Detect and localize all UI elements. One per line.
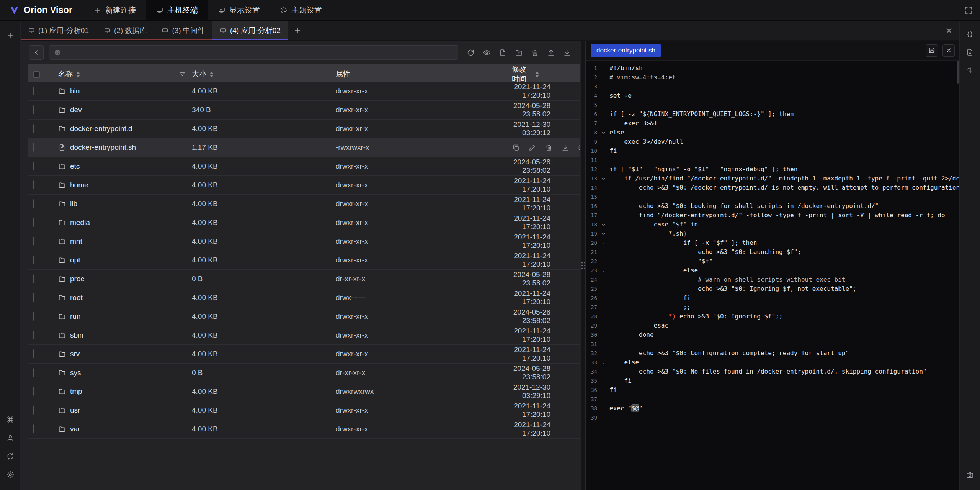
select-all-checkbox[interactable] [33, 71, 40, 78]
fold-chevron-icon[interactable] [597, 360, 609, 365]
terminal-tab-1[interactable]: (1) 应用-分析01 [21, 21, 96, 40]
table-row[interactable]: tmp4.00 KBdrwxrwxrwx2021-12-30 03:29:10 [28, 382, 580, 401]
table-row[interactable]: sbin4.00 KBdrwxr-xr-x2021-11-24 17:20:10 [28, 326, 580, 345]
gear-icon[interactable] [6, 470, 15, 479]
file-name[interactable]: srv [70, 350, 80, 358]
row-checkbox[interactable] [33, 87, 34, 95]
file-name[interactable]: root [70, 293, 83, 302]
close-panel-button[interactable] [939, 21, 959, 40]
row-checkbox[interactable] [33, 331, 34, 339]
camera-icon[interactable] [966, 471, 974, 479]
new-folder-icon[interactable] [515, 49, 523, 57]
table-row[interactable]: home4.00 KBdrwxr-xr-x2021-11-24 17:20:10 [28, 176, 580, 195]
file-name[interactable]: home [70, 181, 88, 189]
fold-chevron-icon[interactable] [597, 130, 609, 136]
nav-item-new-connection[interactable]: 新建连接 [84, 0, 146, 20]
edit-icon[interactable] [528, 144, 536, 152]
row-checkbox[interactable] [33, 180, 34, 189]
row-checkbox[interactable] [33, 105, 34, 114]
sort-name[interactable] [76, 72, 80, 77]
trash-icon[interactable] [531, 49, 539, 57]
swap-vertical-icon[interactable] [966, 66, 974, 74]
file-name[interactable]: etc [70, 162, 80, 170]
fold-chevron-icon[interactable] [597, 111, 609, 117]
sync-icon[interactable] [6, 452, 15, 461]
path-input[interactable] [64, 49, 453, 57]
table-row[interactable]: opt4.00 KBdrwxr-xr-x2021-11-24 17:20:10 [28, 251, 580, 270]
row-checkbox[interactable] [33, 237, 34, 246]
row-checkbox[interactable] [33, 274, 34, 283]
save-button[interactable] [926, 44, 938, 57]
table-row[interactable]: media4.00 KBdrwxr-xr-x2021-11-24 17:20:1… [28, 213, 580, 232]
terminal-tab-3[interactable]: (3) 中间件 [154, 21, 212, 40]
table-row[interactable]: root4.00 KBdrwx------2021-11-24 17:20:10 [28, 288, 580, 307]
user-icon[interactable] [6, 434, 15, 442]
file-name[interactable]: proc [70, 275, 84, 283]
table-row[interactable]: var4.00 KBdrwxr-xr-x2021-11-24 17:20:10 [28, 420, 580, 439]
row-checkbox[interactable] [33, 124, 34, 133]
fold-chevron-icon[interactable] [597, 231, 609, 237]
row-checkbox[interactable] [33, 368, 34, 377]
move-icon[interactable] [578, 144, 580, 152]
upload-icon[interactable] [547, 49, 555, 57]
file-name[interactable]: tmp [70, 387, 82, 396]
file-name[interactable]: var [70, 425, 80, 433]
copy-icon[interactable] [512, 144, 520, 152]
table-row[interactable]: docker-entrypoint.d4.00 KBdrwxr-xr-x2021… [28, 120, 580, 138]
table-row[interactable]: bin4.00 KBdrwxr-xr-x2021-11-24 17:20:10 [28, 82, 580, 101]
delete-icon[interactable] [545, 144, 553, 152]
open-file-chip[interactable]: docker-entrypoint.sh [591, 44, 661, 57]
file-name[interactable]: bin [70, 87, 80, 95]
row-checkbox[interactable] [33, 406, 34, 415]
file-name[interactable]: mnt [70, 237, 82, 246]
row-checkbox[interactable] [33, 143, 34, 152]
terminal-tab-4[interactable]: (4) 应用-分析02 [212, 21, 288, 40]
table-row[interactable]: lib4.00 KBdrwxr-xr-x2021-11-24 17:20:10 [28, 195, 580, 213]
row-checkbox[interactable] [33, 424, 34, 433]
file-name[interactable]: dev [70, 106, 82, 114]
brand[interactable]: Orion Visor [0, 0, 84, 20]
table-row[interactable]: dev340 Bdrwxr-xr-x2024-05-28 23:58:02 [28, 101, 580, 120]
row-checkbox[interactable] [33, 312, 34, 321]
sort-size[interactable] [210, 72, 214, 77]
close-editor-button[interactable] [942, 44, 955, 57]
file-name[interactable]: usr [70, 406, 80, 415]
row-checkbox[interactable] [33, 349, 34, 358]
file-name[interactable]: lib [70, 200, 77, 208]
sort-mtime[interactable] [535, 72, 539, 77]
fold-chevron-icon[interactable] [597, 222, 609, 228]
drag-handle[interactable] [581, 262, 585, 269]
eye-icon[interactable] [483, 49, 491, 57]
nav-item-host-terminal[interactable]: 主机终端 [146, 0, 208, 20]
fold-chevron-icon[interactable] [597, 240, 609, 246]
fold-chevron-icon[interactable] [597, 176, 609, 182]
row-checkbox[interactable] [33, 256, 34, 264]
table-row[interactable]: etc4.00 KBdrwxr-xr-x2024-05-28 23:58:02 [28, 157, 580, 176]
download-icon[interactable] [561, 144, 569, 152]
table-row[interactable]: run4.00 KBdrwxr-xr-x2024-05-28 23:58:02 [28, 307, 580, 326]
filter-icon[interactable] [179, 71, 186, 78]
file-name[interactable]: opt [70, 256, 80, 264]
nav-item-theme-settings[interactable]: 主题设置 [270, 0, 332, 20]
table-row[interactable]: srv4.00 KBdrwxr-xr-x2021-11-24 17:20:10 [28, 345, 580, 364]
table-row[interactable]: mnt4.00 KBdrwxr-xr-x2021-11-24 17:20:10 [28, 232, 580, 251]
fold-chevron-icon[interactable] [597, 213, 609, 218]
row-checkbox[interactable] [33, 162, 34, 170]
editor-scrollbar[interactable] [957, 61, 959, 84]
code-editor[interactable]: 1#!/bin/sh2# vim:sw=4:ts=4:et34set -e56i… [586, 61, 959, 490]
fold-chevron-icon[interactable] [597, 268, 609, 274]
plus-icon[interactable] [6, 31, 15, 40]
file-list-icon[interactable] [966, 48, 974, 56]
table-row[interactable]: sys0 Bdr-xr-xr-x2024-05-28 23:58:02 [28, 364, 580, 382]
fullscreen-icon[interactable] [964, 6, 973, 15]
command-icon[interactable] [6, 415, 15, 424]
file-name[interactable]: docker-entrypoint.d [70, 125, 132, 133]
file-name[interactable]: sbin [70, 331, 83, 339]
braces-icon[interactable] [966, 30, 974, 38]
nav-item-display-settings[interactable]: 显示设置 [208, 0, 270, 20]
fold-chevron-icon[interactable] [597, 167, 609, 172]
new-file-icon[interactable] [499, 49, 507, 57]
file-name[interactable]: media [70, 218, 90, 227]
table-row[interactable]: docker-entrypoint.sh1.17 KB-rwxrwxr-x [28, 138, 580, 157]
file-name[interactable]: run [70, 312, 80, 321]
